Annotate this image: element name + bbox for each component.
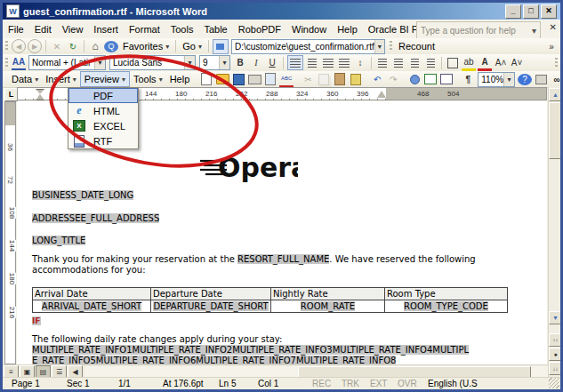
highlight-icon[interactable]: ab [462, 55, 476, 71]
menu-table[interactable]: Table [198, 21, 232, 37]
font-combobox[interactable]: Lucida Sans ▾ [109, 55, 196, 70]
chevron-down-icon[interactable]: ▾ [184, 56, 195, 69]
print-icon[interactable] [247, 73, 261, 86]
increase-indent-icon[interactable] [423, 56, 438, 69]
insert-excel-table-icon[interactable] [423, 73, 438, 86]
underline-button[interactable]: U [265, 56, 279, 69]
menu-item-html[interactable]: e HTML [68, 103, 138, 118]
scroll-up-icon[interactable]: ▲ [549, 88, 562, 101]
styles-and-formatting-icon[interactable]: AA [12, 55, 26, 70]
favorites-button[interactable]: Favorites ▾ [119, 39, 173, 53]
recount-button[interactable]: Recount [398, 41, 435, 52]
show-web-toolbar-icon[interactable] [213, 39, 229, 54]
print-preview-icon[interactable] [263, 73, 277, 86]
tab-selector-button[interactable]: L [4, 88, 18, 101]
vertical-scroll-thumb[interactable] [549, 102, 562, 159]
font-color-icon[interactable]: A [478, 55, 492, 71]
menu-help[interactable]: Help [332, 21, 363, 37]
bulleted-list-icon[interactable] [391, 56, 406, 69]
indent-marker[interactable] [36, 89, 44, 100]
status-ext[interactable]: EXT [370, 379, 387, 388]
toolbar-grip[interactable] [5, 41, 8, 52]
justify-button[interactable] [337, 56, 351, 69]
paste-icon[interactable] [333, 73, 347, 86]
go-button[interactable]: Go ▾ [179, 39, 205, 53]
menu-item-rtf[interactable]: RTF [68, 133, 138, 148]
scroll-left-icon[interactable]: ◀ [68, 365, 83, 378]
address-combobox[interactable]: D:\customize\guest_confirmation.rtf ▾ [231, 39, 385, 54]
title-bar[interactable]: W guest_confirmation.rtf - Microsoft Wor… [3, 3, 560, 20]
toolbar-grip[interactable] [390, 41, 392, 52]
new-document-icon[interactable] [199, 73, 213, 86]
align-center-button[interactable] [305, 56, 319, 69]
columns-icon[interactable] [439, 73, 454, 86]
stop-icon[interactable]: ✕ [50, 40, 64, 53]
align-right-button[interactable] [321, 56, 335, 69]
search-icon[interactable]: Q [104, 41, 118, 52]
vertical-scrollbar[interactable]: ▲ ▼ ↑↑ ● ↓↓ [548, 87, 562, 377]
preview-menu-button[interactable]: Preview▾ [80, 71, 130, 87]
chevron-down-icon[interactable]: ▾ [94, 56, 105, 69]
view-web-layout-button[interactable]: ▣ [20, 365, 35, 378]
open-icon[interactable] [215, 73, 229, 86]
bold-button[interactable]: B [233, 56, 247, 69]
menu-edit[interactable]: Edit [29, 21, 57, 37]
view-outline-button[interactable]: ☰ [52, 365, 67, 378]
status-ovr[interactable]: OVR [398, 379, 417, 388]
menu-view[interactable]: View [57, 21, 89, 37]
copy-icon[interactable] [317, 73, 331, 86]
question-for-help-input[interactable]: Type a question for help ▾ [416, 21, 541, 39]
status-trk[interactable]: TRK [342, 379, 359, 388]
back-icon[interactable]: ◀ [12, 39, 26, 53]
menu-window[interactable]: Window [286, 21, 332, 37]
format-painter-icon[interactable] [349, 73, 363, 86]
spelling-icon[interactable]: ABC [279, 72, 294, 87]
find-icon[interactable]: ∞ [550, 73, 563, 86]
chevron-down-icon[interactable]: ▾ [374, 40, 384, 53]
help-icon[interactable]: ? [518, 74, 532, 85]
data-menu-button[interactable]: Data▾ [8, 72, 42, 86]
horizontal-scroll-track[interactable] [84, 366, 548, 377]
menu-tools[interactable]: Tools [165, 21, 199, 37]
maximize-button[interactable]: □ [523, 4, 539, 19]
chevron-down-icon[interactable]: ▾ [503, 73, 514, 86]
print-small-icon[interactable] [534, 73, 548, 86]
menu-robopdf[interactable]: RoboPDF [233, 21, 286, 37]
home-icon[interactable]: ⌂ [88, 40, 102, 53]
menu-insert[interactable]: Insert [88, 21, 124, 37]
select-browse-object-icon[interactable]: ● [549, 348, 562, 361]
numbered-list-icon[interactable] [375, 56, 390, 69]
help-menu-button[interactable]: Help [166, 72, 194, 86]
cut-icon[interactable]: ✂ [301, 73, 315, 86]
insert-menu-button[interactable]: Insert▾ [42, 72, 80, 86]
menu-format[interactable]: Format [124, 21, 165, 37]
insert-hyperlink-icon[interactable] [407, 73, 422, 86]
border-icon[interactable] [446, 56, 460, 69]
previous-page-icon[interactable]: ↑↑ [549, 333, 562, 347]
status-rec[interactable]: REC [312, 379, 331, 388]
tools-menu-button[interactable]: Tools▾ [130, 72, 166, 86]
close-button[interactable]: ✕ [541, 4, 557, 19]
toolbar-grip[interactable] [555, 58, 558, 68]
forward-icon[interactable]: ▶ [28, 39, 42, 53]
decrease-indent-icon[interactable] [407, 56, 422, 69]
zoom-combobox[interactable]: 110% ▾ [478, 72, 515, 87]
shrink-font-icon[interactable]: A˅ [510, 56, 524, 69]
close-document-icon[interactable]: ✕ [550, 22, 557, 32]
grow-font-icon[interactable]: A˄ [494, 56, 508, 69]
next-page-icon[interactable]: ↓↓ [549, 362, 562, 375]
font-size-combobox[interactable]: 9 ▾ [199, 55, 230, 70]
menu-item-pdf[interactable]: PDF [68, 88, 138, 103]
line-spacing-icon[interactable]: ↕ [353, 56, 367, 69]
save-icon[interactable] [231, 73, 245, 86]
scroll-down-icon[interactable]: ▼ [549, 311, 562, 324]
chevron-down-icon[interactable]: ▾ [219, 56, 229, 69]
redo-icon[interactable]: ↷ [386, 73, 400, 86]
minimize-button[interactable]: _ [505, 4, 521, 19]
toolbar-grip[interactable] [5, 58, 8, 68]
menu-item-excel[interactable]: X EXCEL [68, 118, 138, 133]
menu-file[interactable]: File [3, 21, 29, 37]
toolbar-options-icon[interactable]: » [544, 40, 559, 53]
refresh-icon[interactable]: ↻ [66, 40, 80, 53]
italic-button[interactable]: I [249, 56, 263, 69]
